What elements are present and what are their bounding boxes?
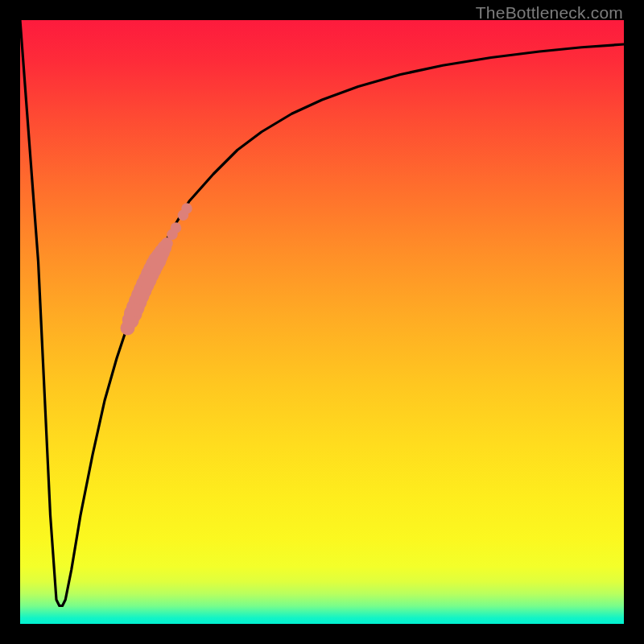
highlighted-points	[121, 203, 192, 335]
bottleneck-curve	[20, 20, 624, 606]
attribution-text: TheBottleneck.com	[476, 3, 623, 23]
chart-overlay-svg	[20, 20, 624, 624]
data-point	[171, 222, 182, 233]
chart-container: TheBottleneck.com	[0, 0, 644, 644]
data-point	[181, 203, 192, 214]
